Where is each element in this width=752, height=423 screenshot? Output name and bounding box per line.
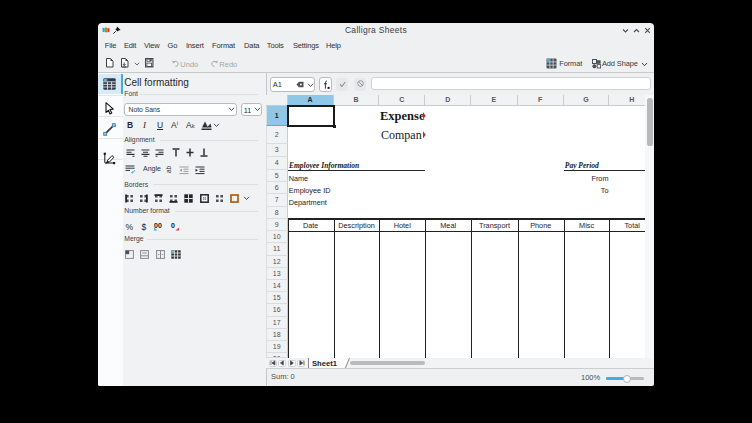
- svg-text:ab: ab: [165, 165, 172, 173]
- svg-text:00: 00: [154, 221, 162, 228]
- svg-text:0: 0: [171, 221, 175, 228]
